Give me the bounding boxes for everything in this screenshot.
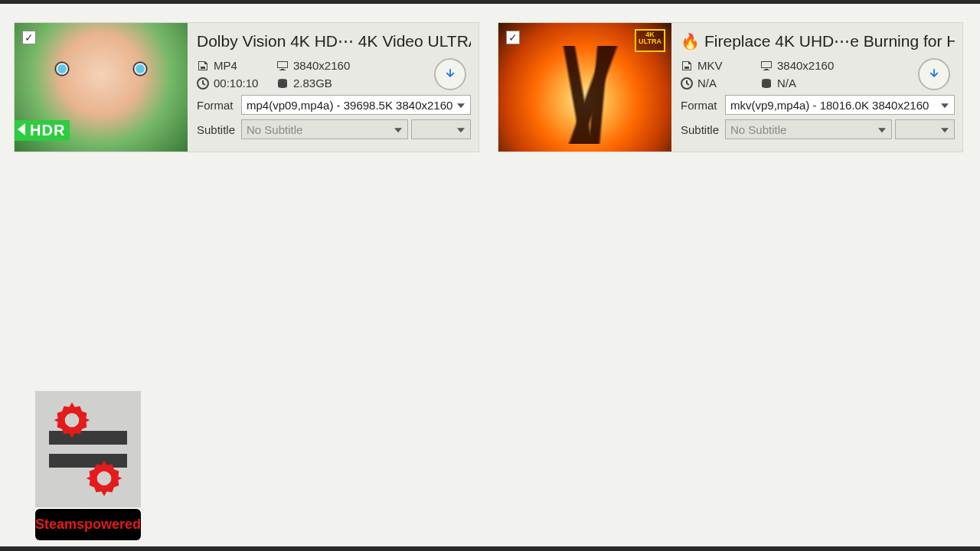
monitor-icon — [760, 60, 773, 72]
storage-icon — [760, 77, 773, 90]
svg-point-1 — [278, 79, 287, 82]
monitor-icon — [276, 60, 289, 72]
4k-ultra-badge: 4KULTRA — [635, 29, 665, 52]
subtitle-lang-select[interactable] — [895, 119, 955, 139]
video-list: ✓ HDR Dolby Vision 4K HD⋯ 4K Video ULTRA… — [0, 4, 980, 171]
subtitle-lang-select[interactable] — [411, 119, 471, 139]
watermark-logo: Steamspowered — [35, 391, 141, 540]
select-checkbox[interactable]: ✓ — [506, 31, 520, 44]
download-button[interactable] — [434, 58, 466, 90]
subtitle-value: No Subtitle — [247, 123, 302, 136]
container-format: MP4 — [214, 59, 237, 72]
hdr-badge: HDR — [15, 120, 70, 141]
window-bottombar — [0, 546, 980, 551]
format-label: Format — [681, 99, 722, 112]
video-card: ✓ 4KULTRA 🔥 Fireplace 4K UHD⋯e Burning f… — [498, 22, 963, 152]
disk-icon — [197, 60, 209, 72]
format-value: mp4(vp09,mp4a) - 39698.5K 3840x2160 — [247, 99, 452, 112]
file-size: N/A — [777, 77, 796, 90]
file-size: 2.83GB — [293, 77, 332, 90]
select-checkbox[interactable]: ✓ — [22, 31, 36, 44]
gear-icon — [83, 457, 126, 500]
subtitle-label: Subtitle — [197, 123, 238, 136]
resolution: 3840x2160 — [293, 59, 350, 72]
download-icon — [926, 67, 942, 82]
storage-icon — [276, 77, 289, 90]
download-button[interactable] — [918, 58, 950, 90]
clock-icon — [197, 77, 209, 90]
format-label: Format — [197, 99, 238, 112]
clock-icon — [681, 77, 693, 90]
format-value: mkv(vp9,mp4a) - 18016.0K 3840x2160 — [730, 99, 929, 112]
video-thumbnail[interactable]: ✓ HDR — [15, 23, 188, 152]
subtitle-select[interactable]: No Subtitle — [241, 119, 408, 139]
video-thumbnail[interactable]: ✓ 4KULTRA — [498, 23, 671, 152]
fire-icon: 🔥 — [681, 32, 700, 51]
duration: 00:10:10 — [214, 77, 258, 90]
video-title: Fireplace 4K UHD⋯e Burning for Hom — [704, 32, 955, 51]
video-title: Dolby Vision 4K HD⋯ 4K Video ULTRA H — [197, 32, 471, 51]
resolution: 3840x2160 — [777, 59, 834, 72]
gear-icon — [51, 399, 93, 442]
subtitle-label: Subtitle — [681, 123, 722, 136]
logo-graphic — [35, 391, 141, 507]
watermark-text: Steamspowered — [35, 509, 141, 540]
download-icon — [443, 67, 458, 82]
format-select[interactable]: mp4(vp09,mp4a) - 39698.5K 3840x2160 — [241, 95, 471, 115]
subtitle-select[interactable]: No Subtitle — [725, 119, 892, 139]
svg-point-3 — [762, 79, 771, 82]
subtitle-value: No Subtitle — [730, 123, 786, 136]
disk-icon — [681, 60, 693, 72]
duration: N/A — [697, 77, 717, 90]
video-card: ✓ HDR Dolby Vision 4K HD⋯ 4K Video ULTRA… — [14, 22, 479, 152]
container-format: MKV — [697, 59, 723, 72]
format-select[interactable]: mkv(vp9,mp4a) - 18016.0K 3840x2160 — [725, 95, 955, 115]
